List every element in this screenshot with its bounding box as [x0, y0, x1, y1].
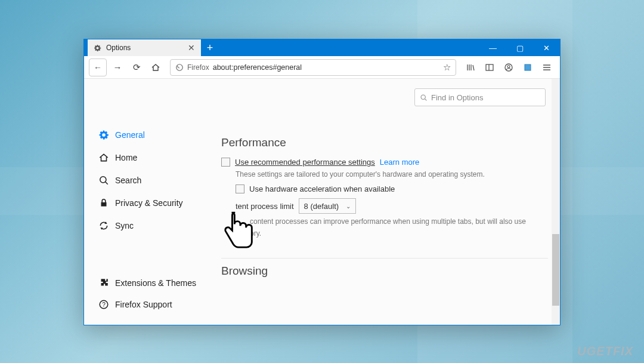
svg-rect-8: [101, 202, 107, 207]
url-text: about:preferences#general: [213, 63, 439, 72]
search-placeholder: Find in Options: [431, 93, 483, 102]
svg-point-6: [100, 177, 106, 183]
toolbar: ← → ⟳ Firefox about:preferences#general …: [84, 56, 560, 79]
svg-line-12: [425, 99, 427, 100]
search-icon: [98, 175, 109, 186]
back-button[interactable]: ←: [89, 59, 107, 76]
account-icon[interactable]: [500, 59, 517, 76]
new-tab-button[interactable]: +: [201, 39, 219, 56]
hw-accel-row: Use hardware acceleration when available: [236, 184, 548, 193]
sidebar-item-label: Firefox Support: [115, 300, 172, 309]
learn-more-link[interactable]: Learn more: [380, 158, 419, 167]
recommended-label: Use recommended performance settings: [235, 158, 375, 167]
chevron-down-icon: ⌄: [346, 203, 351, 210]
recommended-settings-row: Use recommended performance settings Lea…: [221, 158, 548, 167]
sidebar-item-general[interactable]: General: [98, 124, 209, 146]
gear-icon: [98, 130, 109, 140]
tab-options[interactable]: Options ✕: [88, 39, 201, 56]
sidebar-item-support[interactable]: ? Firefox Support: [98, 294, 209, 315]
sidebar-item-extensions[interactable]: Extensions & Themes: [98, 272, 209, 294]
svg-text:?: ?: [102, 302, 106, 308]
main-panel: Find in Options Performance Use recommen…: [209, 79, 560, 325]
content-limit-desc2: ory.: [250, 229, 548, 238]
performance-heading: Performance: [221, 136, 548, 149]
bookmark-icon[interactable]: ☆: [443, 62, 451, 73]
sidebar-item-label: Privacy & Security: [115, 198, 183, 208]
hw-accel-label: Use hardware acceleration when available: [249, 184, 395, 193]
sync-icon: [98, 220, 109, 231]
sidebar-icon[interactable]: [481, 59, 498, 76]
find-in-options-input[interactable]: Find in Options: [414, 88, 546, 106]
sidebar-item-sync[interactable]: Sync: [98, 215, 209, 236]
sidebar-item-search[interactable]: Search: [98, 170, 209, 191]
content-limit-desc: content processes can improve performanc…: [250, 217, 548, 226]
tab-title: Options: [106, 44, 183, 52]
forward-button[interactable]: →: [109, 59, 126, 76]
watermark: UGETFIX: [577, 344, 633, 358]
svg-rect-5: [525, 64, 531, 70]
pointer-cursor-icon: [222, 209, 257, 256]
search-icon: [420, 94, 428, 101]
sidebar-item-label: Home: [115, 153, 137, 162]
hw-accel-checkbox[interactable]: [236, 184, 244, 193]
close-window-button[interactable]: ✕: [533, 39, 560, 56]
sidebar-item-privacy[interactable]: Privacy & Security: [98, 192, 209, 214]
extension-icon[interactable]: [519, 59, 536, 76]
preferences-sidebar: General Home Search Privacy & Security S…: [84, 79, 209, 325]
firefox-icon: [175, 63, 184, 72]
home-button[interactable]: [147, 59, 164, 76]
sidebar-item-label: General: [115, 130, 145, 140]
recommended-checkbox[interactable]: [221, 158, 230, 167]
browser-window: Options ✕ + — ▢ ✕ ← → ⟳ Firefox about:pr…: [83, 39, 561, 325]
performance-desc: These settings are tailored to your comp…: [236, 170, 548, 179]
lock-icon: [98, 198, 109, 208]
help-icon: ?: [98, 299, 109, 310]
sidebar-item-home[interactable]: Home: [98, 147, 209, 168]
titlebar: Options ✕ + — ▢ ✕: [84, 39, 560, 56]
scrollbar[interactable]: [552, 79, 560, 325]
url-bar[interactable]: Firefox about:preferences#general ☆: [170, 59, 456, 76]
close-tab-icon[interactable]: ✕: [188, 43, 195, 53]
minimize-button[interactable]: —: [479, 39, 506, 56]
svg-line-7: [106, 182, 108, 184]
select-value: 8 (default): [304, 202, 339, 211]
maximize-button[interactable]: ▢: [506, 39, 533, 56]
content-limit-row: tent process limit 8 (default) ⌄: [236, 198, 548, 214]
sidebar-item-label: Search: [115, 176, 141, 185]
home-icon: [98, 152, 109, 163]
reload-button[interactable]: ⟳: [128, 59, 145, 76]
svg-point-4: [507, 65, 510, 67]
menu-button[interactable]: [538, 59, 555, 76]
scroll-thumb[interactable]: [552, 234, 559, 306]
library-icon[interactable]: [462, 59, 479, 76]
svg-point-11: [421, 95, 425, 99]
puzzle-icon: [98, 278, 109, 288]
gear-icon: [94, 44, 101, 52]
url-prefix: Firefox: [187, 63, 209, 72]
sidebar-item-label: Sync: [115, 221, 134, 230]
svg-point-0: [177, 64, 183, 70]
svg-rect-1: [486, 64, 493, 70]
sidebar-item-label: Extensions & Themes: [115, 278, 196, 288]
content-limit-select[interactable]: 8 (default) ⌄: [299, 198, 357, 214]
content-area: General Home Search Privacy & Security S…: [84, 79, 560, 325]
browsing-heading: Browsing: [221, 258, 548, 278]
